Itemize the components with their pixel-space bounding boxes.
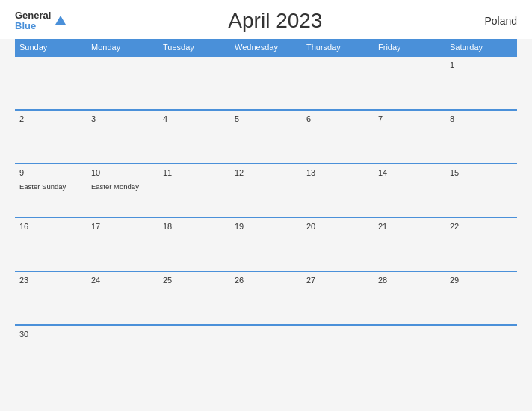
day-cell — [230, 57, 302, 109]
logo-text: General Blue — [15, 10, 51, 32]
day-cell-22: 22 — [445, 218, 517, 271]
calendar-page: General Blue April 2023 Poland Sunday Mo… — [0, 0, 532, 411]
day-cell — [445, 326, 517, 365]
day-number: 9 — [19, 168, 82, 177]
day-number: 21 — [378, 222, 441, 231]
day-cell-25: 25 — [158, 272, 230, 324]
day-cell — [158, 326, 230, 365]
calendar-container: Sunday Monday Tuesday Wednesday Thursday… — [15, 39, 517, 365]
day-cell — [374, 57, 445, 109]
header-tuesday: Tuesday — [158, 39, 230, 55]
day-number: 17 — [91, 222, 154, 231]
day-number: 3 — [91, 114, 154, 123]
day-number: 25 — [163, 276, 226, 285]
day-number: 15 — [450, 168, 513, 177]
page-header: General Blue April 2023 Poland — [0, 0, 532, 39]
day-number: 29 — [450, 276, 513, 285]
header-wednesday: Wednesday — [230, 39, 302, 55]
week-row-2: 2 3 4 5 6 7 8 — [15, 109, 517, 163]
calendar-title: April 2023 — [66, 9, 484, 33]
day-cell-1: 1 — [445, 57, 517, 109]
day-event-easter-monday: Easter Monday — [91, 182, 139, 191]
day-cell-4: 4 — [158, 111, 230, 163]
day-event-easter-sunday: Easter Sunday — [19, 182, 66, 191]
day-number: 19 — [235, 222, 297, 231]
day-number: 7 — [378, 114, 441, 123]
day-number: 18 — [163, 222, 226, 231]
header-sunday: Sunday — [15, 39, 87, 55]
day-cell-26: 26 — [230, 272, 302, 324]
day-cell-10: 10 Easter Monday — [87, 164, 158, 217]
day-number: 24 — [91, 276, 154, 285]
day-cell-8: 8 — [445, 111, 517, 163]
day-number: 12 — [235, 168, 297, 177]
day-cell-15: 15 — [445, 164, 517, 217]
day-number: 8 — [450, 114, 513, 123]
day-number: 23 — [19, 276, 82, 285]
logo-blue: Blue — [15, 21, 51, 31]
day-number: 20 — [306, 222, 369, 231]
day-number: 27 — [306, 276, 369, 285]
week-row-3: 9 Easter Sunday 10 Easter Monday 11 12 1… — [15, 163, 517, 217]
day-number: 5 — [235, 114, 297, 123]
day-cell-28: 28 — [374, 272, 445, 324]
day-cell-20: 20 — [302, 218, 374, 271]
day-number: 16 — [19, 222, 82, 231]
day-cell — [87, 326, 158, 365]
logo: General Blue — [15, 10, 66, 32]
day-cell — [230, 326, 302, 365]
day-number: 13 — [306, 168, 369, 177]
day-number: 10 — [91, 168, 154, 177]
day-number: 26 — [235, 276, 297, 285]
header-thursday: Thursday — [302, 39, 374, 55]
day-number: 2 — [19, 114, 82, 123]
day-cell-17: 17 — [87, 218, 158, 271]
day-cell-11: 11 — [158, 164, 230, 217]
day-cell — [15, 57, 87, 109]
day-cell-19: 19 — [230, 218, 302, 271]
day-cell — [87, 57, 158, 109]
day-cell-7: 7 — [374, 111, 445, 163]
day-number: 4 — [163, 114, 226, 123]
day-number: 28 — [378, 276, 441, 285]
day-cell-3: 3 — [87, 111, 158, 163]
day-cell — [302, 326, 374, 365]
day-cell — [374, 326, 445, 365]
day-cell-12: 12 — [230, 164, 302, 217]
logo-general: General — [15, 10, 51, 21]
day-cell-6: 6 — [302, 111, 374, 163]
day-cell-21: 21 — [374, 218, 445, 271]
day-cell-24: 24 — [87, 272, 158, 324]
country-label: Poland — [484, 15, 517, 27]
day-number: 22 — [450, 222, 513, 231]
day-cell-16: 16 — [15, 218, 87, 271]
day-number: 1 — [450, 61, 513, 69]
week-row-6: 30 — [15, 324, 517, 365]
logo-triangle-icon — [55, 16, 66, 25]
day-cell-23: 23 — [15, 272, 87, 324]
day-number: 30 — [19, 330, 82, 339]
day-cell-9: 9 Easter Sunday — [15, 164, 87, 217]
header-friday: Friday — [374, 39, 445, 55]
day-number: 6 — [306, 114, 369, 123]
day-cell-14: 14 — [374, 164, 445, 217]
header-monday: Monday — [87, 39, 158, 55]
day-cell-5: 5 — [230, 111, 302, 163]
day-cell-29: 29 — [445, 272, 517, 324]
header-saturday: Saturday — [445, 39, 517, 55]
day-number: 11 — [163, 168, 226, 177]
week-row-4: 16 17 18 19 20 21 22 — [15, 217, 517, 271]
day-number: 14 — [378, 168, 441, 177]
week-row-5: 23 24 25 26 27 28 29 — [15, 271, 517, 324]
day-cell-13: 13 — [302, 164, 374, 217]
day-cell-27: 27 — [302, 272, 374, 324]
day-cell-2: 2 — [15, 111, 87, 163]
week-row-1: 1 — [15, 55, 517, 109]
days-header: Sunday Monday Tuesday Wednesday Thursday… — [15, 39, 517, 55]
day-cell-30: 30 — [15, 326, 87, 365]
day-cell — [302, 57, 374, 109]
day-cell — [158, 57, 230, 109]
day-cell-18: 18 — [158, 218, 230, 271]
